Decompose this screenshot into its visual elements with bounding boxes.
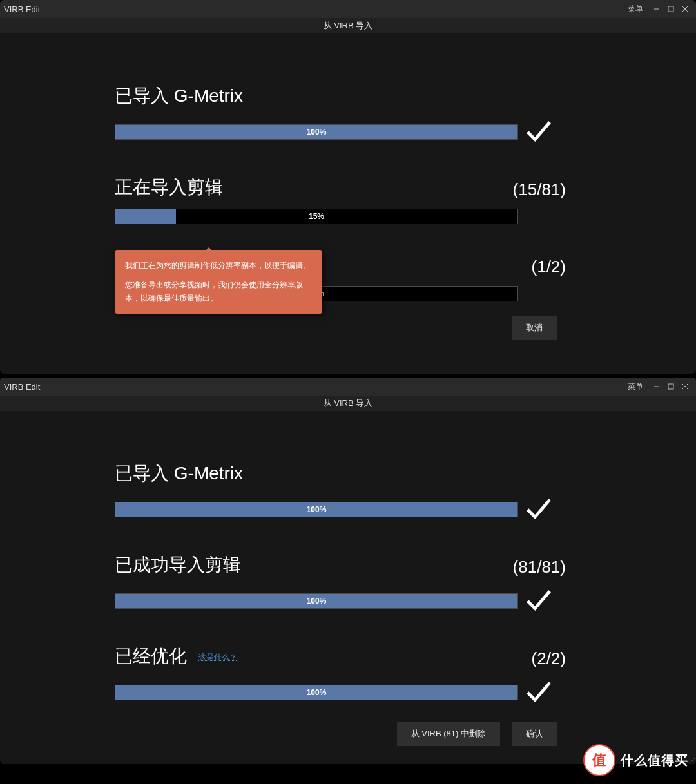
app-title: VIRB Edit <box>4 5 40 14</box>
section-count: (2/2) <box>532 649 566 669</box>
minimize-icon[interactable] <box>650 2 664 16</box>
progress-percent: 100% <box>115 685 517 700</box>
section-title: 已成功导入剪辑 <box>115 553 241 577</box>
checkmark-icon <box>518 117 557 147</box>
import-window-complete: VIRB Edit 菜单 从 VIRB 导入 已导入 G-Metrix 100% <box>0 378 696 764</box>
checkmark-icon <box>518 678 557 707</box>
section-count: (81/81) <box>513 557 566 577</box>
minimize-icon[interactable] <box>650 379 664 394</box>
resize-grip-icon[interactable]: ⋰ <box>689 759 695 763</box>
section-gmetrix: 已导入 G-Metrix 100% <box>115 461 566 524</box>
import-complete-panel: 已导入 G-Metrix 100% 已成功导入剪辑 (81/81) 100% <box>115 461 566 746</box>
section-gmetrix: 已导入 G-Metrix 100% <box>115 84 566 147</box>
titlebar: VIRB Edit 菜单 <box>0 378 696 396</box>
progress-bar: 100% <box>115 593 518 609</box>
app-title: VIRB Edit <box>4 382 40 392</box>
close-icon[interactable] <box>678 2 692 16</box>
section-optimize: 已经优化 这是什么？ (2/2) 100% <box>115 644 566 707</box>
watermark-badge-icon: 值 <box>583 744 615 768</box>
close-icon[interactable] <box>678 379 692 394</box>
menu-label[interactable]: 菜单 <box>628 4 643 15</box>
watermark-text: 什么值得买 <box>621 752 688 769</box>
subtitle-text: 从 VIRB 导入 <box>324 20 373 32</box>
whats-this-link[interactable]: 这是什么？ <box>198 653 237 662</box>
tooltip-line1: 我们正在为您的剪辑制作低分辨率副本，以便于编辑。 <box>125 259 312 272</box>
cancel-button[interactable]: 取消 <box>512 316 557 340</box>
optimize-tooltip: 我们正在为您的剪辑制作低分辨率副本，以便于编辑。 您准备导出或分享视频时，我们仍… <box>115 250 322 314</box>
progress-percent: 100% <box>115 125 517 139</box>
delete-from-virb-button[interactable]: 从 VIRB (81) 中删除 <box>397 722 500 746</box>
menu-label[interactable]: 菜单 <box>628 381 643 392</box>
section-title: 已导入 G-Metrix <box>115 84 243 108</box>
confirm-button[interactable]: 确认 <box>512 722 557 746</box>
progress-bar: 15% <box>115 209 518 224</box>
subtitle-bar: 从 VIRB 导入 <box>0 396 696 411</box>
progress-bar: 100% <box>115 124 518 140</box>
tooltip-line2: 您准备导出或分享视频时，我们仍会使用全分辨率版本，以确保最佳质量输出。 <box>125 278 312 305</box>
section-count: (1/2) <box>532 257 566 277</box>
resize-grip-icon[interactable]: ⋰ <box>689 368 695 372</box>
section-clips: 已成功导入剪辑 (81/81) 100% <box>115 553 566 616</box>
progress-percent: 100% <box>115 502 517 517</box>
svg-rect-5 <box>668 384 673 389</box>
subtitle-text: 从 VIRB 导入 <box>324 397 373 409</box>
section-clips: 正在导入剪辑 (15/81) 15% <box>115 175 566 224</box>
import-window-in-progress: VIRB Edit 菜单 从 VIRB 导入 已导入 G-Metrix 100% <box>0 0 696 374</box>
section-title: 已经优化 <box>115 646 187 666</box>
titlebar: VIRB Edit 菜单 <box>0 0 696 18</box>
progress-bar: 100% <box>115 685 518 700</box>
subtitle-bar: 从 VIRB 导入 <box>0 18 696 33</box>
checkmark-icon <box>518 495 557 524</box>
progress-percent: 100% <box>115 594 517 608</box>
smzdm-watermark: 值 什么值得买 <box>583 744 688 768</box>
section-count: (15/81) <box>513 180 566 200</box>
checkmark-icon <box>518 586 557 616</box>
section-title: 已导入 G-Metrix <box>115 461 243 486</box>
progress-bar: 100% <box>115 502 518 517</box>
maximize-icon[interactable] <box>664 379 678 394</box>
svg-rect-1 <box>668 6 673 12</box>
section-title: 正在导入剪辑 <box>115 175 223 200</box>
progress-percent: 15% <box>115 209 517 224</box>
maximize-icon[interactable] <box>664 2 678 16</box>
